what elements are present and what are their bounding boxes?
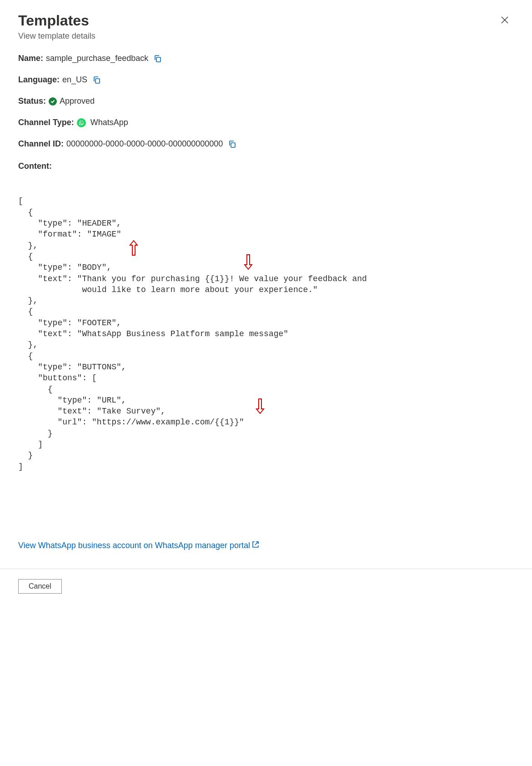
channel-id-label: Channel ID: [18,139,64,149]
svg-rect-2 [156,57,161,62]
svg-line-5 [255,542,258,545]
language-value: en_US [62,75,87,85]
close-icon [500,15,509,27]
content-json-block: [ { "type": "HEADER", "format": "IMAGE" … [18,185,514,527]
whatsapp-manager-portal-link-text: View WhatsApp business account on WhatsA… [18,541,250,550]
language-label: Language: [18,75,60,85]
whatsapp-icon [77,118,86,127]
svg-rect-4 [231,143,235,147]
cancel-button[interactable]: Cancel [18,579,62,594]
status-value: Approved [60,96,95,106]
arrow-down-icon [233,242,254,275]
status-label: Status: [18,96,46,106]
name-label: Name: [18,54,43,63]
content-json-text: [ { "type": "HEADER", "format": "IMAGE" … [18,197,367,471]
copy-icon [93,76,101,84]
footer-bar: Cancel [0,569,532,604]
copy-icon [228,140,236,148]
copy-icon [154,55,162,63]
page-title: Templates [18,13,95,29]
arrow-down-icon [245,386,266,419]
channel-type-label: Channel Type: [18,118,74,127]
channel-type-value: WhatsApp [90,118,128,127]
svg-rect-3 [95,79,100,83]
page-subtitle: View template details [18,31,95,41]
copy-channel-id-button[interactable] [228,140,236,148]
close-button[interactable] [496,13,514,29]
content-label: Content: [18,161,514,171]
copy-name-button[interactable] [154,55,162,63]
channel-id-value: 00000000-0000-0000-0000-000000000000 [66,139,223,149]
name-value: sample_purchase_feedback [46,54,148,63]
whatsapp-manager-portal-link[interactable]: View WhatsApp business account on WhatsA… [18,541,259,550]
check-circle-icon [49,97,57,106]
external-link-icon [252,541,259,550]
copy-language-button[interactable] [93,76,101,84]
